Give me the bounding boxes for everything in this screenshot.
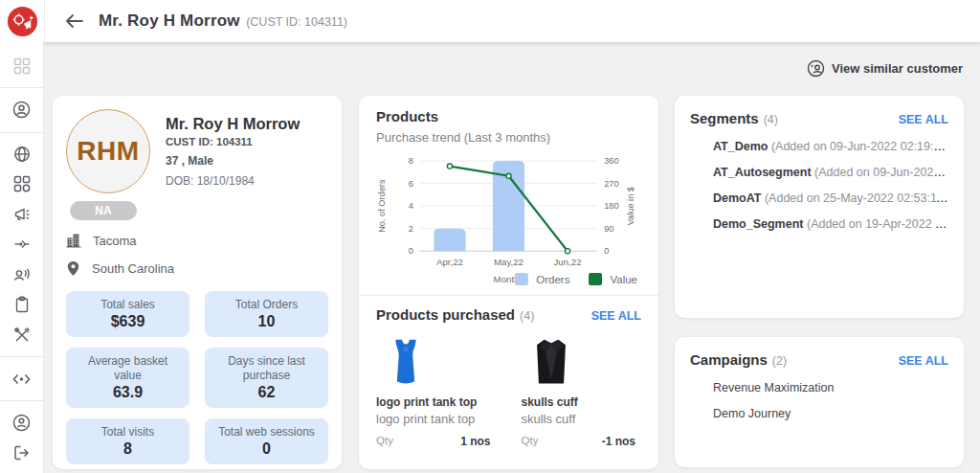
campaigns-title: Campaigns: [690, 351, 768, 368]
sidebar-divider: [0, 87, 44, 88]
svg-text:6: 6: [409, 179, 413, 189]
status-badge: NA: [70, 201, 137, 220]
segment-item: DemoAT (Added on 25-May-2022 02:53:11 PM…: [713, 191, 948, 205]
stat-total-orders: Total Orders 10: [205, 291, 328, 337]
svg-text:No. of Orders: No. of Orders: [377, 179, 387, 233]
product-name: logo print tank top: [376, 395, 497, 409]
segment-name: DemoAT: [713, 191, 761, 205]
svg-text:May,22: May,22: [494, 257, 523, 267]
sidebar-item-dashboard[interactable]: [0, 56, 44, 76]
legend-orders-label: Orders: [536, 274, 569, 285]
legend-value: Value: [589, 273, 637, 285]
stat-average-basket-value: Average basket value 63.9: [66, 348, 189, 408]
segments-count: (4): [764, 113, 778, 126]
customer-360-page: Mr. Roy H Morrow (CUST ID: 104311): [0, 0, 980, 473]
customer-city-row: Tacoma: [66, 233, 328, 248]
stat-value: 62: [212, 384, 321, 401]
qty-label: Qty: [376, 435, 393, 448]
campaigns-list: Revenue Maximization Demo Journey: [690, 381, 948, 420]
product-description: logo print tank top: [376, 412, 497, 426]
stat-label: Total sales: [74, 298, 182, 312]
svg-text:4: 4: [409, 201, 413, 211]
sidebar-item-developer[interactable]: [0, 369, 44, 389]
similar-customer-icon: [807, 59, 825, 78]
stat-value: 0: [212, 440, 321, 458]
customer-top-section: RHM NA Mr. Roy H Morrow CUST ID: 104311 …: [66, 109, 328, 220]
customer-info: Mr. Roy H Morrow CUST ID: 104311 37 , Ma…: [166, 109, 300, 220]
campaign-name: Demo Journey: [713, 407, 791, 420]
product-qty-row: Qty -1 nos: [522, 435, 642, 448]
segments-header: Segments (4) SEE ALL: [690, 110, 948, 126]
location-pin-icon: [66, 260, 80, 277]
sidebar-item-campaigns[interactable]: [0, 204, 44, 224]
divider: [359, 295, 658, 296]
page-title: Mr. Roy H Morrow: [99, 11, 240, 30]
sidebar-item-logout[interactable]: [0, 443, 44, 463]
journey-merge-icon: [13, 236, 31, 253]
segments-see-all-link[interactable]: SEE ALL: [899, 113, 948, 126]
code-icon: [12, 372, 31, 387]
products-card: Products Purchase trend (Last 3 months) …: [359, 96, 658, 469]
svg-text:Jun,22: Jun,22: [554, 257, 582, 267]
customer-profile-card: RHM NA Mr. Roy H Morrow CUST ID: 104311 …: [53, 96, 342, 469]
stat-value: 8: [74, 440, 182, 458]
customer-icon: [12, 101, 31, 119]
sidebar-item-journeys[interactable]: [0, 235, 44, 255]
avatar-column: RHM NA: [66, 109, 150, 220]
product-description: skulls cuff: [522, 412, 642, 426]
orders-swatch: [515, 273, 528, 285]
product-name: skulls cuff: [522, 395, 642, 409]
sidebar-item-reports[interactable]: [0, 294, 44, 314]
product-item[interactable]: logo print tank top logo print tank top …: [376, 332, 497, 448]
sidebar-item-apps[interactable]: [0, 174, 44, 194]
product-item[interactable]: skulls cuff skulls cuff Qty -1 nos: [522, 332, 642, 448]
dashboard-grid-icon: [13, 57, 31, 75]
qty-label: Qty: [522, 435, 539, 448]
stat-value: 63.9: [74, 384, 182, 401]
sidebar-item-customers[interactable]: [0, 100, 44, 120]
campaigns-see-all-link[interactable]: SEE ALL: [899, 354, 948, 368]
customer-age-gender: 37 , Male: [166, 154, 300, 168]
purchase-trend-subtitle: Purchase trend (Last 3 months): [376, 130, 641, 145]
segment-added-date: (Added on 09-Jun-2022 02…: [814, 166, 948, 179]
stat-label: Total Orders: [212, 298, 321, 312]
stat-label: Average basket value: [74, 354, 182, 383]
audience-speaker-icon: [12, 266, 31, 283]
customer-state-row: South Carolina: [66, 260, 328, 277]
stat-total-web-sessions: Total web sessions 0: [205, 418, 328, 464]
products-title: Products: [376, 108, 641, 124]
products-purchased-title: Products purchased: [376, 306, 515, 323]
segment-name: Demo_Segment: [713, 217, 803, 231]
svg-text:Value in $: Value in $: [626, 187, 635, 225]
segment-added-date: (Added on 19-Apr-2022 09:3…: [807, 217, 948, 231]
app-logo[interactable]: [0, 0, 44, 42]
arrow-left-icon: [65, 13, 83, 29]
sidebar-item-audience[interactable]: [0, 264, 44, 284]
sidebar-item-web[interactable]: [0, 144, 44, 164]
svg-text:8: 8: [409, 156, 413, 166]
products-purchased-header: Products purchased (4) SEE ALL: [376, 306, 641, 323]
svg-text:0: 0: [409, 246, 413, 256]
campaigns-card: Campaigns (2) SEE ALL Revenue Maximizati…: [675, 337, 964, 467]
stat-total-visits: Total visits 8: [66, 418, 189, 464]
products-see-all-link[interactable]: SEE ALL: [591, 309, 641, 323]
view-similar-customer-button[interactable]: View similar customer: [807, 59, 963, 78]
sidebar-item-account[interactable]: [0, 413, 44, 433]
segment-item: Demo_Segment (Added on 19-Apr-2022 09:3…: [713, 217, 948, 231]
campaign-item: Revenue Maximization: [713, 381, 948, 394]
apps-grid-icon: [13, 175, 31, 192]
stat-label: Total web sessions: [212, 425, 321, 439]
segment-added-date: (Added on 09-Jun-2022 02:19:52 P…: [771, 140, 948, 153]
clipboard-icon: [13, 296, 31, 313]
product-image-tank-top: [376, 332, 435, 392]
sidebar-item-tools[interactable]: [0, 325, 44, 345]
top-header: Mr. Roy H Morrow (CUST ID: 104311): [44, 0, 980, 42]
segments-card: Segments (4) SEE ALL AT_Demo (Added on 0…: [675, 96, 964, 318]
view-similar-customer-label: View similar customer: [832, 61, 963, 76]
customer-dob: DOB: 18/10/1984: [166, 174, 300, 188]
customer-name: Mr. Roy H Morrow: [166, 115, 300, 133]
globe-icon: [13, 146, 31, 163]
back-button[interactable]: [62, 10, 85, 33]
purchased-products-grid: logo print tank top logo print tank top …: [376, 332, 641, 448]
stat-value: 10: [212, 313, 321, 330]
